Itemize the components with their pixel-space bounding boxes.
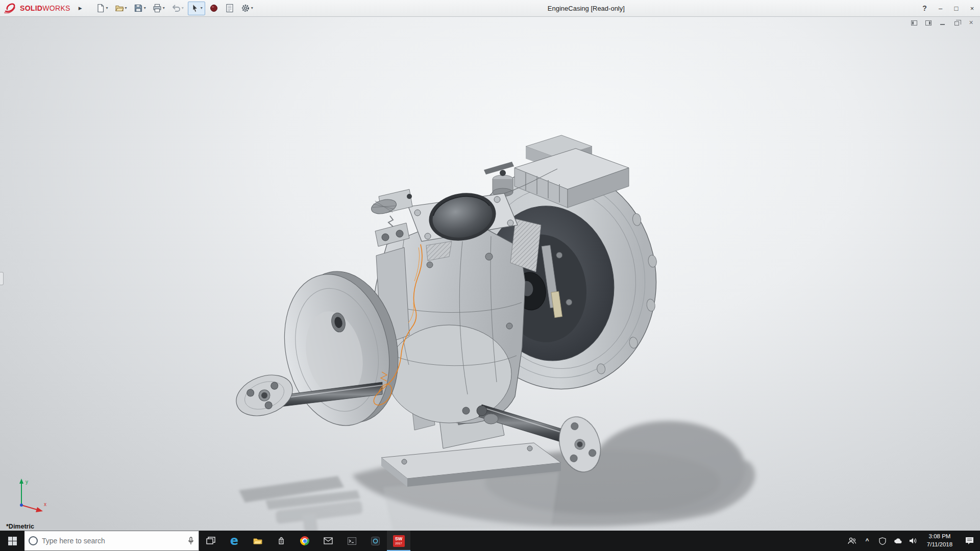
search-input[interactable] [42, 537, 183, 545]
clock-time: 3:08 PM [924, 533, 955, 541]
dropdown-caret-icon: ▾ [106, 6, 108, 10]
dropdown-caret-icon: ▾ [163, 6, 165, 10]
store-bag-icon [277, 537, 285, 545]
terminal-icon [348, 537, 356, 545]
file-properties-button[interactable] [223, 2, 237, 15]
engine-casing-model[interactable] [0, 17, 980, 531]
undo-button[interactable]: ▾ [169, 2, 186, 15]
save-icon [134, 4, 143, 13]
defender-tray-button[interactable] [875, 531, 890, 551]
print-icon [153, 4, 162, 13]
solidworks-window: SOLIDWORKS ▶ ▾ ▾ ▾ ▾ ▾ [0, 0, 980, 551]
system-tray: ^ 3:08 PM 7/11/2018 [844, 531, 980, 551]
orientation-triad[interactable]: y x [9, 477, 52, 514]
task-view-button[interactable] [199, 531, 223, 551]
windows-logo-icon [8, 537, 17, 545]
new-document-icon [96, 4, 105, 13]
dropdown-caret-icon: ▾ [144, 6, 146, 10]
terminal-button[interactable] [340, 531, 363, 551]
volume-tray-button[interactable] [905, 531, 921, 551]
print-button[interactable]: ▾ [150, 2, 167, 15]
action-center-button[interactable] [959, 531, 980, 551]
edge-icon: e [230, 535, 238, 547]
appearances-sphere-icon [209, 4, 218, 13]
select-cursor-icon [190, 4, 200, 13]
start-button[interactable] [0, 531, 24, 551]
dropdown-caret-icon: ▾ [182, 6, 184, 10]
open-icon [115, 4, 124, 13]
file-explorer-icon [253, 537, 262, 545]
solidworks-logo: SOLIDWORKS [0, 3, 75, 13]
document-minimize-button[interactable] [939, 19, 946, 26]
z-axis-dot [20, 504, 23, 507]
document-window-controls: × [910, 19, 975, 26]
taskbar-search[interactable] [24, 531, 199, 551]
app-titlebar: SOLIDWORKS ▶ ▾ ▾ ▾ ▾ ▾ [0, 0, 980, 17]
window-controls: ? – □ × [917, 0, 980, 17]
brand-name: SOLIDWORKS [20, 4, 70, 12]
edge-button[interactable]: e [223, 531, 246, 551]
open-button[interactable]: ▾ [112, 2, 130, 15]
people-icon [847, 537, 856, 544]
panel-flyout-handle[interactable] [0, 272, 4, 285]
ds-logo-icon [4, 3, 17, 13]
file-explorer-button[interactable] [246, 531, 270, 551]
document-title: EngineCasing [Read-only] [256, 5, 917, 12]
maximize-button[interactable]: □ [948, 0, 964, 17]
windows-taskbar: e [0, 531, 980, 551]
dropdown-caret-icon: ▾ [125, 6, 127, 10]
cloud-icon [893, 538, 902, 544]
help-button[interactable]: ? [917, 0, 933, 17]
solidworks-app-icon: SW 2017 [393, 535, 405, 547]
x-axis-arrow[interactable] [36, 507, 43, 512]
microphone-icon[interactable] [187, 537, 194, 545]
speaker-icon [909, 537, 917, 544]
onedrive-tray-button[interactable] [890, 531, 905, 551]
view-orientation-label: *Dimetric [6, 523, 34, 530]
document-close-button[interactable]: × [967, 19, 975, 26]
dropdown-caret-icon: ▾ [201, 6, 203, 10]
cortana-icon [29, 536, 38, 545]
select-button[interactable]: ▾ [188, 2, 205, 15]
x-axis-label: x [44, 502, 46, 507]
solidworks-taskbar-button[interactable]: SW 2017 [387, 531, 410, 551]
quick-access-toolbar: ▾ ▾ ▾ ▾ ▾ ▾ [93, 2, 256, 15]
chevron-up-icon: ^ [865, 537, 869, 544]
appearances-button[interactable] [207, 2, 221, 15]
task-view-icon [206, 537, 215, 545]
taskbar-clock[interactable]: 3:08 PM 7/11/2018 [921, 531, 959, 551]
chrome-button[interactable] [293, 531, 316, 551]
minimize-button[interactable]: – [933, 0, 948, 17]
options-button[interactable]: ▾ [238, 2, 256, 15]
mail-button[interactable] [316, 531, 340, 551]
task-pane-toggle-icon[interactable] [924, 19, 932, 26]
y-axis-label: y [26, 479, 28, 485]
undo-icon [172, 4, 181, 13]
y-axis-arrow[interactable] [19, 479, 23, 484]
save-button[interactable]: ▾ [131, 2, 149, 15]
chrome-icon [300, 536, 309, 545]
graphics-area[interactable]: × y x *Dimetric [0, 17, 980, 531]
mail-envelope-icon [324, 537, 333, 544]
new-document-button[interactable]: ▾ [93, 2, 111, 15]
people-button[interactable] [844, 531, 860, 551]
notification-icon [965, 537, 974, 545]
pinned-app-icon [371, 537, 380, 545]
close-button[interactable]: × [964, 0, 980, 17]
shield-icon [879, 537, 886, 545]
dropdown-caret-icon: ▾ [251, 6, 253, 10]
pinned-app-button[interactable] [363, 531, 387, 551]
featuremanager-pane-toggle-icon[interactable] [910, 19, 918, 26]
store-button[interactable] [270, 531, 293, 551]
show-hidden-icons-button[interactable]: ^ [860, 531, 875, 551]
flyout-arrow-icon: ▶ [79, 6, 82, 11]
clock-date: 7/11/2018 [924, 541, 955, 549]
file-properties-icon [225, 4, 234, 13]
gear-icon [241, 4, 250, 13]
menu-flyout-arrow[interactable]: ▶ [75, 0, 86, 16]
document-restore-button[interactable] [953, 19, 961, 26]
